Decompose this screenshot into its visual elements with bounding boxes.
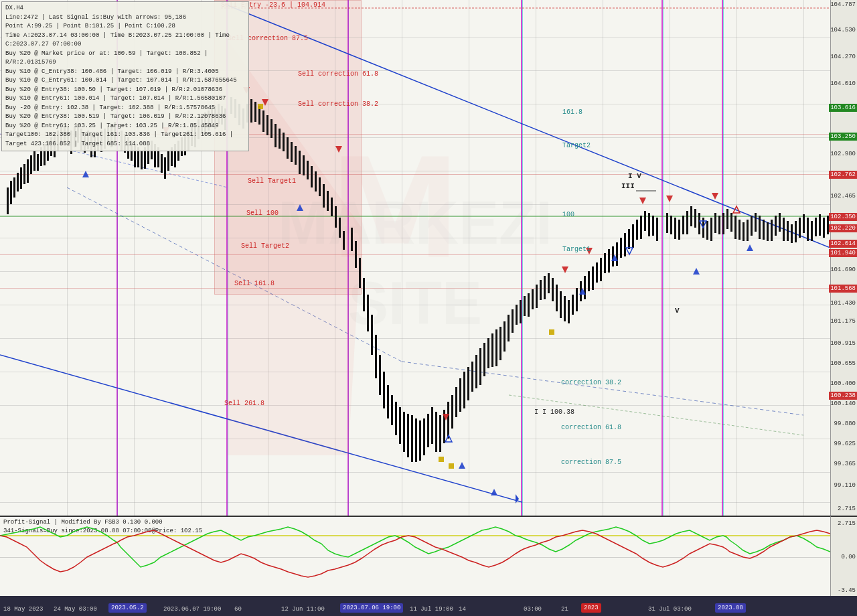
price-102762: 102.762: [829, 171, 857, 179]
price-100915: 100.915: [830, 340, 856, 347]
svg-rect-189: [722, 213, 724, 234]
svg-rect-201: [771, 220, 773, 241]
price-100655: 100.655: [830, 360, 856, 367]
svg-rect-183: [698, 213, 700, 234]
info-line13: Target100: 102.380 | Target 161: 103.836…: [5, 131, 245, 149]
price-104010: 104.010: [830, 80, 856, 87]
svg-rect-137: [508, 315, 510, 341]
svg-rect-85: [295, 146, 297, 165]
svg-rect-205: [787, 221, 789, 241]
svg-rect-211: [811, 221, 813, 241]
svg-rect-200: [767, 222, 769, 241]
price-102980: 102.980: [830, 151, 856, 157]
time-jul06: 2023.07.06 19:00: [340, 603, 403, 613]
svg-rect-122: [447, 402, 449, 439]
svg-rect-88: [307, 161, 309, 179]
svg-rect-187: [714, 213, 716, 233]
yellow-marker: [549, 329, 554, 335]
svg-rect-110: [399, 407, 401, 444]
info-line12: Buy %20 @ Entry61: 103.25 | Target: 103.…: [5, 122, 245, 131]
svg-rect-168: [632, 224, 634, 248]
svg-rect-115: [419, 420, 421, 461]
svg-rect-102: [367, 295, 369, 331]
price-100238: 100.238: [829, 392, 857, 400]
price-101175: 101.175: [830, 318, 856, 325]
info-line5: Buy %20 @ Market price or at: 100.59 | T…: [5, 50, 245, 68]
buy-arrow: [459, 462, 465, 469]
svg-rect-43: [141, 151, 143, 169]
main-chart: MARKEZI SITE: [0, 0, 830, 516]
info-line6: Buy %10 @ C_Entry38: 100.486 | Target: 1…: [5, 68, 245, 77]
price-99110: 99.110: [834, 482, 856, 489]
svg-rect-138: [512, 309, 514, 333]
time-jul31: 31 Jul 03:00: [648, 606, 692, 613]
svg-rect-180: [686, 211, 688, 234]
svg-rect-150: [560, 291, 562, 318]
price-102465: 102.465: [830, 193, 856, 200]
svg-rect-190: [726, 209, 728, 229]
svg-rect-108: [391, 395, 393, 425]
svg-rect-12: [33, 151, 35, 171]
correction-line: [509, 395, 803, 435]
chart-container: MARKEZI SITE: [0, 0, 857, 616]
svg-rect-208: [799, 218, 801, 238]
svg-rect-87: [303, 155, 305, 175]
sell-arrow: [586, 248, 593, 254]
svg-rect-94: [331, 198, 333, 216]
price-101940: 101.940: [829, 249, 857, 257]
svg-rect-103: [371, 315, 373, 355]
svg-rect-152: [568, 300, 570, 323]
svg-rect-49: [161, 154, 163, 173]
svg-rect-158: [592, 266, 594, 290]
price-99880: 99.880: [834, 420, 856, 427]
svg-rect-195: [747, 220, 749, 241]
svg-rect-207: [795, 221, 797, 242]
svg-rect-111: [403, 412, 405, 452]
svg-rect-144: [536, 285, 538, 308]
info-line2: Line:2472 | Last Signal is:Buy with arro…: [5, 13, 245, 23]
svg-rect-96: [339, 218, 341, 238]
svg-rect-143: [532, 289, 534, 309]
indicator-axis: 2.715 0.00 -3.45: [830, 516, 857, 596]
svg-rect-169: [636, 220, 638, 240]
svg-rect-165: [620, 238, 622, 258]
price-101690: 101.690: [830, 266, 856, 273]
buy-arrow: [491, 489, 497, 495]
svg-rect-51: [167, 151, 169, 171]
svg-rect-100: [359, 258, 361, 288]
time-jul11: 11 Jul 19:00: [410, 606, 453, 613]
svg-rect-118: [431, 407, 433, 444]
svg-rect-84: [291, 142, 293, 162]
svg-rect-77: [262, 110, 264, 132]
info-line10: Buy -20 @ Entry: 102.38 | Target: 102.38…: [5, 104, 245, 113]
svg-rect-90: [315, 171, 317, 191]
svg-rect-129: [475, 355, 477, 388]
svg-rect-126: [463, 372, 465, 408]
svg-rect-119: [435, 412, 437, 452]
price-99625: 99.625: [834, 441, 856, 447]
sell-arrow: [335, 146, 342, 153]
svg-rect-148: [552, 278, 554, 301]
svg-rect-164: [616, 242, 618, 266]
green-oscillator: [0, 527, 830, 567]
svg-rect-6: [13, 177, 15, 198]
svg-rect-199: [763, 220, 765, 240]
svg-rect-82: [283, 133, 285, 151]
svg-rect-117: [427, 414, 429, 447]
svg-rect-130: [479, 348, 481, 385]
svg-rect-135: [499, 327, 501, 360]
svg-rect-74: [250, 99, 252, 123]
svg-rect-173: [652, 216, 654, 236]
svg-rect-81: [279, 129, 281, 149]
svg-rect-181: [690, 206, 692, 226]
price-103250: 103.250: [829, 133, 857, 141]
svg-rect-113: [411, 415, 413, 462]
svg-rect-79: [270, 119, 272, 138]
svg-rect-174: [656, 218, 658, 241]
buy-arrow: [747, 244, 753, 251]
time-may24: 24 May 03:00: [54, 606, 97, 613]
svg-rect-5: [10, 181, 12, 204]
svg-rect-125: [459, 378, 461, 412]
svg-rect-179: [682, 216, 684, 234]
svg-rect-172: [648, 213, 650, 236]
